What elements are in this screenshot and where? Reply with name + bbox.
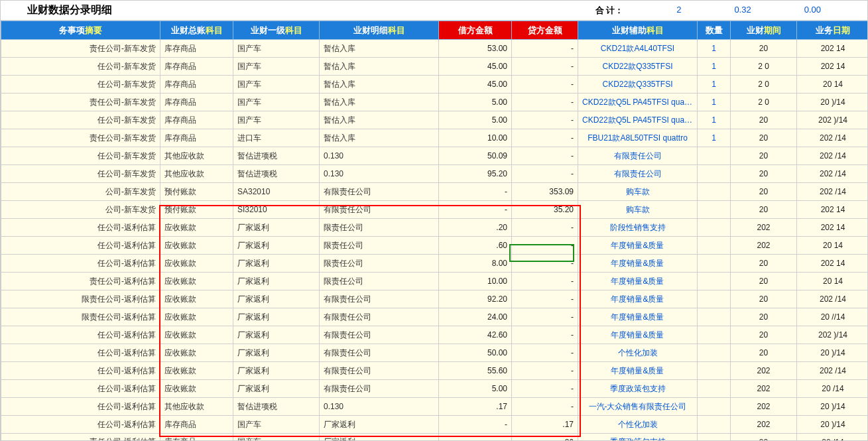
table-row[interactable]: 任公司-返利估算应收账款厂家返利有限责任公司55.60-年度销量&质量20220… [1, 362, 869, 380]
cell-l3[interactable]: 厂家返利 [320, 416, 439, 434]
cell-summary[interactable]: 任公司-新车发货 [1, 147, 160, 165]
cell-credit[interactable]: - [512, 76, 578, 94]
cell-period[interactable]: 20 [731, 308, 797, 326]
cell-summary[interactable]: 限责任公司-返利估算 [1, 290, 160, 308]
cell-aux[interactable]: 阶段性销售支持 [578, 219, 698, 237]
cell-aux[interactable]: 购车款 [578, 183, 698, 201]
cell-credit[interactable]: - [512, 165, 578, 183]
cell-credit[interactable]: - [512, 273, 578, 290]
cell-date[interactable]: 202 /14 [797, 290, 869, 308]
cell-credit[interactable]: - [512, 326, 578, 344]
cell-aux[interactable]: 有限责任公司 [578, 165, 698, 183]
table-row[interactable]: 责任公司-新车发货库存商品进口车暂估入库10.00-FBU21款A8L50TFS… [1, 129, 869, 147]
cell-credit[interactable]: - [512, 219, 578, 237]
cell-summary[interactable]: 任公司-新车发货 [1, 165, 160, 183]
cell-qty[interactable] [698, 201, 731, 219]
cell-l2[interactable]: 国产车 [233, 58, 320, 76]
cell-credit[interactable]: - [512, 362, 578, 380]
cell-debit[interactable]: 45.00 [439, 76, 512, 94]
cell-period[interactable]: 202 [731, 398, 797, 416]
cell-debit[interactable]: .17 [439, 398, 512, 416]
cell-date[interactable]: 202 14 [797, 201, 869, 219]
cell-debit[interactable]: 50.09 [439, 147, 512, 165]
cell-l1[interactable]: 库存商品 [160, 58, 233, 76]
cell-aux[interactable]: 个性化加装 [578, 416, 698, 434]
table-row[interactable]: 责任公司-返利估算库存商品国产车厂家返利-36季度政策包支持2020 /14 [1, 434, 869, 442]
cell-debit[interactable]: 5.00 [439, 94, 512, 111]
cell-l3[interactable]: 有限责任公司 [320, 380, 439, 398]
cell-qty[interactable] [698, 255, 731, 273]
cell-credit[interactable]: - [512, 380, 578, 398]
cell-l2[interactable]: 国产车 [233, 94, 320, 111]
cell-l3[interactable]: 限责任公司 [320, 255, 439, 273]
cell-period[interactable]: 202 [731, 380, 797, 398]
cell-l2[interactable]: 厂家返利 [233, 344, 320, 362]
table-row[interactable]: 责任公司-新车发货库存商品国产车暂估入库53.00-CKD21款A4L40TFS… [1, 40, 869, 58]
cell-l2[interactable]: 厂家返利 [233, 255, 320, 273]
cell-qty[interactable] [698, 165, 731, 183]
cell-summary[interactable]: 任公司-返利估算 [1, 398, 160, 416]
cell-l1[interactable]: 应收账款 [160, 273, 233, 290]
cell-l1[interactable]: 其他应收款 [160, 165, 233, 183]
cell-l2[interactable]: 厂家返利 [233, 362, 320, 380]
cell-summary[interactable]: 公司-新车发货 [1, 183, 160, 201]
cell-l2[interactable]: SA32010 [233, 183, 320, 201]
table-row[interactable]: 任公司-返利估算应收账款厂家返利有限责任公司50.00-个性化加装2020 )/… [1, 344, 869, 362]
cell-period[interactable]: 20 [731, 165, 797, 183]
cell-debit[interactable]: 50.00 [439, 344, 512, 362]
cell-debit[interactable]: 92.20 [439, 290, 512, 308]
cell-date[interactable]: 20 )/14 [797, 416, 869, 434]
cell-period[interactable]: 2 0 [731, 94, 797, 111]
cell-period[interactable]: 20 [731, 326, 797, 344]
col-aux[interactable]: 业财辅助科目 [578, 21, 698, 40]
cell-credit[interactable]: - [512, 94, 578, 111]
cell-l3[interactable]: 限责任公司 [320, 237, 439, 255]
table-row[interactable]: 任公司-返利估算应收账款厂家返利限责任公司8.00-年度销量&质量20202 1… [1, 255, 869, 273]
cell-qty[interactable] [698, 147, 731, 165]
cell-credit[interactable]: 353.09 [512, 183, 578, 201]
cell-date[interactable]: 20 14 [797, 273, 869, 290]
cell-summary[interactable]: 责任公司-新车发货 [1, 94, 160, 111]
cell-date[interactable]: 202 /14 [797, 362, 869, 380]
table-row[interactable]: 公司-新车发货预付账款SI32010有限责任公司-35.20购车款20202 1… [1, 201, 869, 219]
cell-summary[interactable]: 任公司-新车发货 [1, 76, 160, 94]
cell-date[interactable]: 20 /14 [797, 380, 869, 398]
cell-qty[interactable] [698, 380, 731, 398]
cell-aux[interactable]: CKD21款A4L40TFSI [578, 40, 698, 58]
cell-credit[interactable]: - [512, 58, 578, 76]
data-grid[interactable]: 务事项摘要 业财总账科目 业财一级科目 业财明细科目 借方金额 贷方金额 业财辅… [1, 21, 868, 441]
col-credit[interactable]: 贷方金额 [512, 21, 578, 40]
table-row[interactable]: 公司-新车发货预付账款SA32010有限责任公司-353.09购车款20202 … [1, 183, 869, 201]
cell-debit[interactable]: 45.00 [439, 58, 512, 76]
cell-qty[interactable]: 1 [698, 129, 731, 147]
cell-date[interactable]: 202 14 [797, 255, 869, 273]
cell-qty[interactable] [698, 219, 731, 237]
cell-date[interactable]: 20 //14 [797, 308, 869, 326]
table-row[interactable]: 任公司-返利估算库存商品国产车厂家返利-.17个性化加装20220 )/14 [1, 416, 869, 434]
cell-debit[interactable]: - [439, 201, 512, 219]
cell-credit[interactable]: - [512, 40, 578, 58]
col-date[interactable]: 业务日期 [797, 21, 869, 40]
cell-l3[interactable]: 暂估入库 [320, 111, 439, 129]
cell-aux[interactable]: 有限责任公司 [578, 147, 698, 165]
cell-qty[interactable] [698, 434, 731, 442]
cell-period[interactable]: 2 0 [731, 58, 797, 76]
cell-l2[interactable]: 国产车 [233, 434, 320, 442]
cell-credit[interactable]: - [512, 147, 578, 165]
cell-period[interactable]: 202 [731, 416, 797, 434]
cell-period[interactable]: 20 [731, 40, 797, 58]
cell-period[interactable]: 20 [731, 147, 797, 165]
cell-l3[interactable]: 有限责任公司 [320, 290, 439, 308]
cell-credit[interactable]: - [512, 255, 578, 273]
cell-summary[interactable]: 任公司-返利估算 [1, 237, 160, 255]
cell-summary[interactable]: 责任公司-返利估算 [1, 434, 160, 442]
cell-l1[interactable]: 应收账款 [160, 344, 233, 362]
cell-l1[interactable]: 其他应收款 [160, 147, 233, 165]
table-row[interactable]: 任公司-新车发货库存商品国产车暂估入库45.00-CKD22款Q335TFSI1… [1, 76, 869, 94]
cell-date[interactable]: 20 14 [797, 76, 869, 94]
cell-l2[interactable]: 厂家返利 [233, 219, 320, 237]
cell-l2[interactable]: 厂家返利 [233, 326, 320, 344]
cell-credit[interactable]: - [512, 129, 578, 147]
table-row[interactable]: 任公司-新车发货其他应收款暂估进项税0.13050.09-有限责任公司20202… [1, 147, 869, 165]
cell-l3[interactable]: 暂估入库 [320, 76, 439, 94]
